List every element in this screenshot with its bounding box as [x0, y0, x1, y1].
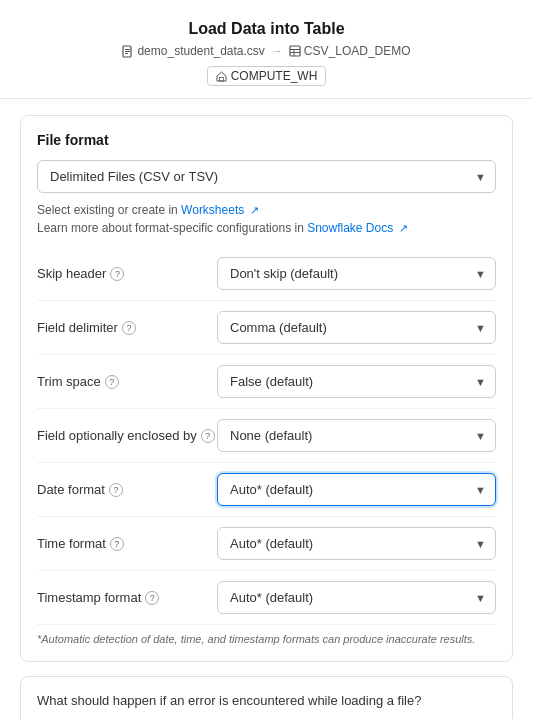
file-format-select-wrapper: Delimited Files (CSV or TSV) JSON Avro O…	[37, 160, 496, 193]
time-format-control: Auto* (default) ▼	[217, 527, 496, 560]
snowflake-docs-info: Learn more about format-specific configu…	[37, 221, 496, 235]
page-title: Load Data into Table	[24, 20, 509, 38]
trim-space-row: Trim space ? False (default) ▼	[37, 355, 496, 409]
snowflake-docs-link[interactable]: Snowflake Docs	[307, 221, 393, 235]
field-delimiter-label: Field delimiter ?	[37, 320, 217, 335]
timestamp-format-help-icon[interactable]: ?	[145, 591, 159, 605]
date-format-label: Date format ?	[37, 482, 217, 497]
field-delimiter-row: Field delimiter ? Comma (default) ▼	[37, 301, 496, 355]
file-format-title: File format	[37, 132, 496, 148]
timestamp-format-select[interactable]: Auto* (default)	[217, 581, 496, 614]
field-enclosed-select[interactable]: None (default)	[217, 419, 496, 452]
trim-space-control: False (default) ▼	[217, 365, 496, 398]
error-handling-title: What should happen if an error is encoun…	[37, 693, 496, 708]
time-format-help-icon[interactable]: ?	[110, 537, 124, 551]
svg-rect-9	[219, 77, 223, 81]
field-enclosed-control: None (default) ▼	[217, 419, 496, 452]
skip-header-control: Don't skip (default) ▼	[217, 257, 496, 290]
table-name: CSV_LOAD_DEMO	[304, 44, 411, 58]
table-icon: CSV_LOAD_DEMO	[289, 44, 411, 58]
field-delimiter-control: Comma (default) ▼	[217, 311, 496, 344]
trim-space-help-icon[interactable]: ?	[105, 375, 119, 389]
worksheets-info: Select existing or create in Worksheets …	[37, 203, 496, 217]
time-format-select[interactable]: Auto* (default)	[217, 527, 496, 560]
file-name: demo_student_data.csv	[137, 44, 264, 58]
field-delimiter-select[interactable]: Comma (default)	[217, 311, 496, 344]
warehouse-badge: COMPUTE_WH	[207, 66, 327, 86]
svg-marker-8	[217, 72, 226, 81]
skip-header-help-icon[interactable]: ?	[110, 267, 124, 281]
date-format-control: Auto* (default) ▼	[217, 473, 496, 506]
external-link-icon-2: ↗	[399, 222, 408, 234]
timestamp-format-label: Timestamp format ?	[37, 590, 217, 605]
svg-rect-4	[290, 46, 300, 56]
skip-header-row: Skip header ? Don't skip (default) ▼	[37, 247, 496, 301]
external-link-icon-1: ↗	[250, 204, 259, 216]
trim-space-select[interactable]: False (default)	[217, 365, 496, 398]
skip-header-select[interactable]: Don't skip (default)	[217, 257, 496, 290]
field-enclosed-label: Field optionally enclosed by ?	[37, 428, 217, 443]
trim-space-label: Trim space ?	[37, 374, 217, 389]
auto-detect-note: *Automatic detection of date, time, and …	[37, 633, 496, 645]
field-enclosed-help-icon[interactable]: ?	[201, 429, 215, 443]
time-format-label: Time format ?	[37, 536, 217, 551]
worksheets-link[interactable]: Worksheets	[181, 203, 244, 217]
arrow-icon: →	[271, 44, 283, 58]
skip-header-label: Skip header ?	[37, 266, 217, 281]
field-delimiter-help-icon[interactable]: ?	[122, 321, 136, 335]
file-format-section: File format Delimited Files (CSV or TSV)…	[20, 115, 513, 662]
field-enclosed-row: Field optionally enclosed by ? None (def…	[37, 409, 496, 463]
file-icon: demo_student_data.csv	[122, 44, 264, 58]
error-handling-section: What should happen if an error is encoun…	[20, 676, 513, 719]
time-format-row: Time format ? Auto* (default) ▼	[37, 517, 496, 571]
date-format-row: Date format ? Auto* (default) ▼	[37, 463, 496, 517]
timestamp-format-control: Auto* (default) ▼	[217, 581, 496, 614]
file-format-select[interactable]: Delimited Files (CSV or TSV) JSON Avro O…	[37, 160, 496, 193]
date-format-select[interactable]: Auto* (default)	[217, 473, 496, 506]
timestamp-format-row: Timestamp format ? Auto* (default) ▼	[37, 571, 496, 625]
date-format-help-icon[interactable]: ?	[109, 483, 123, 497]
